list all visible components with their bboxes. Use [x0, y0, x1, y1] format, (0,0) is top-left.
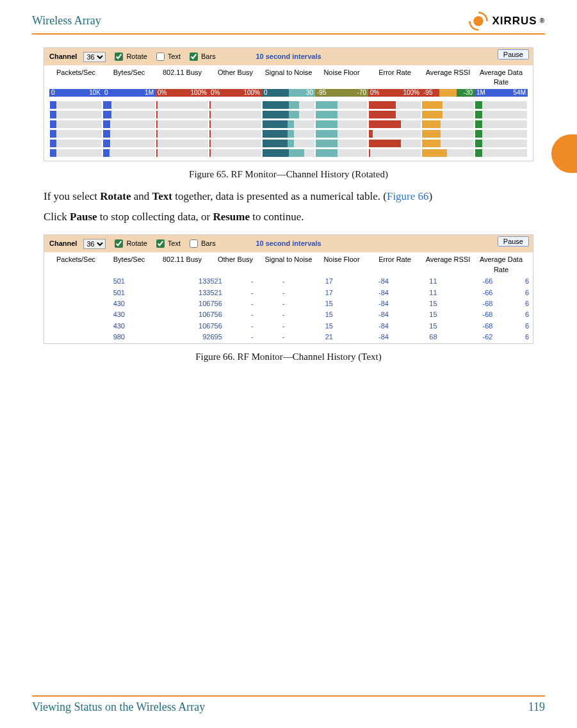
column-header: Noise Floor	[315, 255, 368, 275]
pause-button[interactable]: Pause	[498, 236, 529, 247]
table-cell: -68	[441, 321, 497, 332]
column-header: Bytes/Sec	[102, 255, 156, 275]
table-cell: 15	[288, 309, 337, 320]
column-header: 802.11 Busy	[156, 68, 209, 88]
bar-cell	[209, 120, 261, 128]
page-footer: Viewing Status on the Wireless Array 119	[32, 695, 545, 715]
bar-cell	[50, 140, 102, 147]
table-cell: 11	[393, 287, 441, 298]
scale-cell: 030	[262, 89, 315, 97]
body-paragraph-2: Click Pause to stop collecting data, or …	[44, 209, 533, 225]
bar-cell	[156, 111, 208, 118]
figure-66-link[interactable]: Figure 66	[387, 190, 429, 202]
scale-cell: 1M54M	[475, 89, 528, 97]
interval-label: 10 second intervals	[256, 239, 321, 248]
bar-cell	[156, 140, 208, 147]
brand-text: XIRRUS	[492, 13, 537, 29]
bar-cell	[369, 149, 421, 157]
fig65-bars	[44, 101, 533, 161]
channel-select[interactable]: 36	[83, 239, 106, 249]
table-cell: -	[257, 287, 289, 298]
table-cell: 106756	[129, 309, 226, 320]
table-cell: 430	[44, 321, 129, 332]
bar-cell	[263, 111, 314, 118]
table-cell: 15	[288, 321, 337, 332]
table-row: 98092695--21-8468-626	[44, 332, 533, 343]
table-cell: 133521	[129, 287, 226, 298]
bar-cell	[422, 120, 474, 128]
table-cell: -	[257, 321, 289, 332]
table-cell: 6	[496, 309, 533, 320]
table-cell: -	[226, 298, 257, 309]
bar-cell	[263, 120, 314, 128]
bar-cell	[369, 140, 421, 147]
column-header: Signal to Noise	[262, 68, 315, 88]
bar-cell	[422, 130, 474, 138]
bar-cell	[156, 120, 208, 128]
rotate-checkbox[interactable]	[115, 239, 123, 248]
table-cell: -84	[337, 276, 393, 287]
table-cell: 92695	[129, 332, 226, 343]
bars-checkbox[interactable]	[190, 53, 198, 61]
bar-cell	[103, 101, 155, 109]
bar-cell	[422, 149, 474, 157]
bar-cell	[475, 120, 527, 128]
bar-cell	[263, 149, 314, 157]
table-cell: 430	[44, 298, 129, 309]
rotate-label: Rotate	[126, 52, 147, 61]
bar-cell	[422, 101, 474, 109]
table-cell: -	[226, 287, 257, 298]
bar-cell	[422, 111, 474, 118]
column-header: Error Rate	[368, 68, 421, 88]
scale-cell: 01M	[102, 89, 156, 97]
figure-66-screenshot: Channel 36 Rotate Text Bars 10 second in…	[44, 234, 533, 343]
bar-cell	[475, 149, 527, 157]
bar-cell	[369, 111, 421, 118]
table-cell: -66	[441, 276, 497, 287]
bar-cell	[209, 149, 261, 157]
bar-cell	[103, 130, 155, 138]
table-row: 430106756--15-8415-686	[44, 321, 533, 332]
rotate-label: Rotate	[126, 239, 147, 248]
channel-select[interactable]: 36	[83, 52, 106, 62]
column-header: Other Busy	[209, 255, 262, 275]
column-header: Noise Floor	[315, 68, 368, 88]
bars-checkbox[interactable]	[190, 239, 198, 248]
bar-cell	[50, 111, 102, 118]
bar-cell	[156, 130, 208, 138]
table-cell: 106756	[129, 321, 226, 332]
table-cell: -62	[441, 332, 497, 343]
bar-cell	[369, 101, 421, 109]
bar-row	[49, 130, 528, 138]
text-checkbox[interactable]	[156, 239, 165, 248]
column-header: Other Busy	[209, 68, 262, 88]
table-row: 430106756--15-8415-686	[44, 298, 533, 309]
column-header: 802.11 Busy	[156, 255, 209, 275]
table-cell: -	[226, 309, 257, 320]
channel-label: Channel	[49, 239, 77, 248]
fig65-toolbar: Channel 36 Rotate Text Bars 10 second in…	[44, 48, 533, 65]
bar-cell	[316, 120, 368, 128]
bars-label: Bars	[201, 239, 216, 248]
bar-cell	[103, 140, 155, 147]
interval-label: 10 second intervals	[256, 52, 321, 61]
fig65-column-headers: Packets/SecBytes/Sec802.11 BusyOther Bus…	[44, 65, 533, 89]
table-cell: -84	[337, 332, 393, 343]
table-cell: 15	[393, 321, 441, 332]
footer-section: Viewing Status on the Wireless Array	[32, 699, 205, 715]
fig66-column-headers: Packets/SecBytes/Sec802.11 BusyOther Bus…	[44, 252, 533, 276]
column-header: Average Data Rate	[475, 255, 528, 275]
bar-cell	[156, 149, 208, 157]
bar-row	[49, 111, 528, 118]
text-checkbox[interactable]	[156, 53, 165, 61]
scale-cell: 0%100%	[209, 89, 262, 97]
pause-button[interactable]: Pause	[498, 49, 529, 60]
table-row: 501133521--17-8411-666	[44, 276, 533, 287]
table-cell: 133521	[129, 276, 226, 287]
bar-cell	[316, 140, 368, 147]
bar-cell	[103, 120, 155, 128]
rotate-checkbox[interactable]	[115, 53, 123, 61]
column-header: Average RSSI	[421, 255, 475, 275]
page-header: Wireless Array XIRRUS®	[32, 10, 545, 35]
scale-cell: 0%100%	[368, 89, 421, 97]
